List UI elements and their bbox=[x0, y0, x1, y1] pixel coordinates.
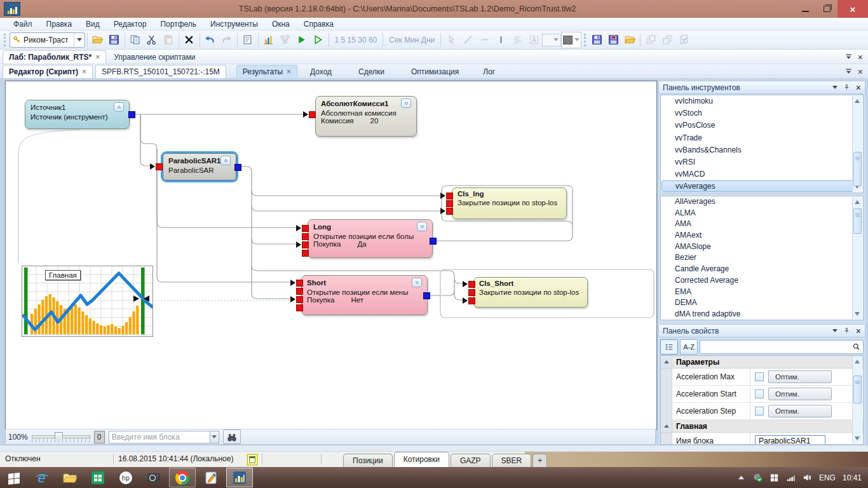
output-port[interactable] bbox=[128, 111, 135, 118]
input-port[interactable] bbox=[156, 163, 163, 170]
input-port[interactable] bbox=[446, 200, 453, 207]
output-port[interactable] bbox=[430, 238, 437, 245]
restore-button[interactable] bbox=[816, 0, 837, 18]
menu-item[interactable]: Редактор bbox=[107, 20, 154, 29]
tool-item[interactable]: AMAext bbox=[661, 230, 863, 241]
input-port[interactable] bbox=[302, 225, 309, 232]
tool-item[interactable]: dMA trend adaptive bbox=[661, 309, 863, 320]
copy-button[interactable] bbox=[127, 32, 144, 48]
block-long[interactable]: Long Открытие позиции если болы ПокупкаД… bbox=[308, 219, 433, 258]
block-search-input[interactable] bbox=[109, 431, 210, 444]
tool-item[interactable]: Bezier bbox=[661, 252, 863, 264]
input-port[interactable] bbox=[296, 296, 303, 303]
scrollbar[interactable] bbox=[852, 96, 862, 192]
tab-script-management[interactable]: Управление скриптами bbox=[106, 51, 203, 64]
toolbar-grip[interactable] bbox=[4, 34, 6, 46]
text-tool-button[interactable] bbox=[526, 32, 542, 48]
schema-button[interactable] bbox=[277, 32, 294, 48]
vline-tool-button[interactable] bbox=[492, 32, 509, 48]
windows-tray-icon[interactable] bbox=[770, 473, 779, 482]
output-port[interactable] bbox=[234, 164, 241, 171]
input-port[interactable] bbox=[446, 193, 453, 200]
section-parameters[interactable]: Параметры bbox=[661, 356, 863, 369]
tool-group-item[interactable]: vvTrade bbox=[661, 132, 863, 144]
taskbar-chrome-icon[interactable] bbox=[169, 468, 196, 487]
block-cls-short[interactable]: Cls_Short Закрытие позиции по stop-los bbox=[473, 277, 588, 308]
tab-list-icon[interactable] bbox=[844, 53, 853, 61]
output-port[interactable] bbox=[423, 292, 430, 299]
tool-item[interactable]: AMA bbox=[661, 219, 863, 230]
add-tab-button[interactable]: + bbox=[532, 454, 547, 467]
menu-item[interactable]: Инструменты bbox=[203, 20, 265, 29]
run-step-button[interactable] bbox=[310, 32, 327, 48]
tool-item[interactable]: Candle Average bbox=[661, 264, 863, 275]
tool-item[interactable]: Corrected Average bbox=[661, 275, 863, 287]
panel-menu-icon[interactable] bbox=[832, 86, 837, 89]
validate-blocks-button[interactable] bbox=[675, 32, 692, 48]
close-tab-icon[interactable]: × bbox=[858, 69, 863, 75]
tool-group-item[interactable]: vvPosClose bbox=[661, 119, 863, 132]
tab-positions[interactable]: Позиции bbox=[343, 454, 393, 467]
optimize-checkbox[interactable] bbox=[755, 407, 764, 416]
input-port[interactable] bbox=[446, 208, 453, 215]
style-dropdown[interactable] bbox=[542, 34, 561, 46]
taskbar-ie-icon[interactable]: e bbox=[29, 468, 55, 487]
language-indicator[interactable]: ENG bbox=[819, 473, 836, 482]
block-parabolicsar[interactable]: ParabolicSAR1 ParabolicSAR bbox=[163, 153, 236, 180]
scrollbar-thumb[interactable] bbox=[853, 376, 862, 403]
input-port[interactable] bbox=[302, 241, 309, 248]
input-port[interactable] bbox=[296, 288, 303, 295]
close-tab-icon[interactable]: × bbox=[858, 54, 863, 60]
tool-item[interactable]: DEMA bbox=[661, 297, 863, 309]
input-port[interactable] bbox=[296, 304, 303, 311]
input-port[interactable] bbox=[468, 281, 475, 288]
taskbar-media-icon[interactable] bbox=[141, 468, 166, 487]
undo-button[interactable] bbox=[202, 32, 219, 48]
expand-icon[interactable] bbox=[412, 278, 422, 287]
tool-group-item[interactable]: vvIchimoku bbox=[661, 95, 863, 107]
props-search-input[interactable] bbox=[700, 342, 852, 352]
tab-gazp[interactable]: GAZP bbox=[451, 454, 491, 467]
save-as-button[interactable] bbox=[605, 32, 621, 48]
input-port[interactable] bbox=[468, 289, 475, 296]
show-hidden-icons[interactable] bbox=[736, 473, 746, 482]
block-search-dropdown[interactable] bbox=[210, 431, 219, 444]
tab-close-icon[interactable]: × bbox=[95, 54, 100, 60]
panel-close-icon[interactable]: × bbox=[856, 85, 861, 91]
block-cls-lng[interactable]: Cls_lng Закрытие позиции по stop-los bbox=[452, 187, 567, 219]
tab-lab-parabolic[interactable]: Лаб: Параболик_RTS*× bbox=[3, 50, 106, 64]
menu-item[interactable]: Портфель bbox=[153, 20, 203, 29]
paste-button[interactable] bbox=[160, 32, 177, 48]
taskbar-editor-icon[interactable] bbox=[198, 468, 224, 487]
ungroup-button[interactable] bbox=[659, 32, 675, 48]
network-signal-icon[interactable] bbox=[786, 473, 796, 482]
tool-item[interactable]: EMA bbox=[661, 287, 863, 298]
chart-button[interactable] bbox=[261, 32, 277, 48]
tool-group-item[interactable]: vvBands&Channels bbox=[661, 144, 863, 156]
tab-log[interactable]: Лог bbox=[475, 65, 503, 78]
tab-data-series[interactable]: SPFB.RTS_150101_150721:-:15M bbox=[95, 65, 226, 78]
timeframe-units[interactable]: Сек Мин Дни bbox=[385, 36, 438, 44]
expand-icon[interactable] bbox=[417, 222, 427, 231]
panel-menu-icon[interactable] bbox=[832, 329, 837, 332]
zoom-slider[interactable] bbox=[32, 432, 90, 442]
menu-item[interactable]: Файл bbox=[6, 20, 39, 29]
categorized-view-button[interactable] bbox=[660, 339, 678, 355]
script-properties-button[interactable] bbox=[240, 32, 256, 48]
tab-sber[interactable]: SBER bbox=[492, 454, 532, 467]
close-button[interactable]: × bbox=[837, 0, 868, 18]
panel-close-icon[interactable]: × bbox=[856, 328, 861, 334]
start-button[interactable] bbox=[1, 468, 27, 487]
redo-button[interactable] bbox=[219, 32, 235, 48]
section-main[interactable]: Главная bbox=[661, 420, 863, 433]
optimize-button[interactable]: Оптим. bbox=[768, 405, 832, 417]
tool-item[interactable]: AllAverages bbox=[661, 196, 863, 208]
menu-item[interactable]: Правка bbox=[39, 20, 79, 29]
tool-group-item[interactable]: vvStoch bbox=[661, 107, 863, 119]
collapse-icon[interactable] bbox=[220, 156, 231, 165]
minimize-button[interactable] bbox=[794, 0, 816, 18]
tool-group-item[interactable]: vvRSI bbox=[661, 156, 863, 168]
scrollbar-thumb[interactable] bbox=[853, 208, 862, 234]
block-source[interactable]: Источник1 Источник (инструмент) bbox=[25, 100, 130, 129]
block-name-input[interactable]: ParabolicSAR1 bbox=[755, 435, 825, 445]
